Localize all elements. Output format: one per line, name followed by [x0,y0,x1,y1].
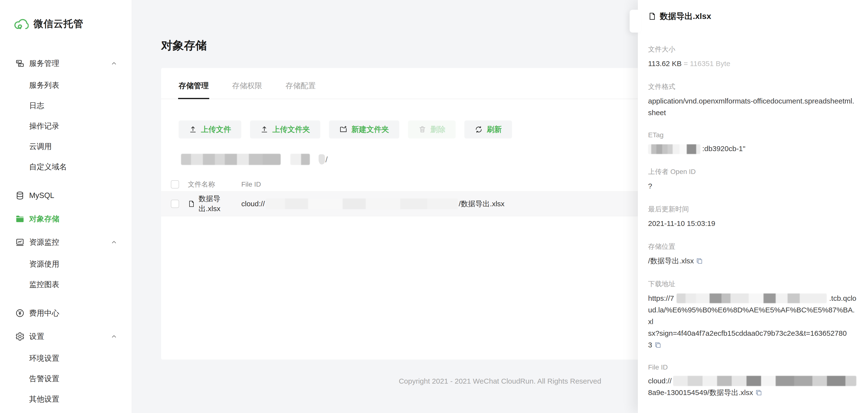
yuan-circle-icon [14,308,25,318]
sidebar-item-label: 费用中心 [29,308,59,318]
refresh-button[interactable]: 刷新 [464,121,512,138]
sidebar-item-mysql[interactable]: MySQL [0,184,132,207]
folder-plus-icon [339,125,347,134]
copy-icon[interactable] [654,341,661,349]
file-format-value: application/vnd.openxmlformats-officedoc… [648,95,856,119]
sidebar-item-label: 设置 [29,331,44,342]
sidebar-item-label: 监控图表 [29,279,59,290]
file-size-bytes: = 116351 Byte [684,60,730,67]
sidebar-nav: 服务管理 服务列表 日志 操作记录 云调用 自定义域名 MySQL [0,52,132,409]
row-checkbox[interactable] [171,200,179,208]
last-updated-value: 2021-11-10 15:03:19 [648,218,856,229]
download-url-line2: ud.la/%E6%95%B0%E6%8D%AE%E5%AF%BC%E5%87%… [648,304,856,327]
sidebar-item-label: 对象存储 [29,214,59,224]
button-label: 新建文件夹 [351,124,389,135]
storage-card: 存储管理 存储权限 存储配置 上传文件 上传文件夹 [161,68,681,359]
sidebar-item-label: 其他设置 [29,394,59,404]
sidebar-group-resource-monitor[interactable]: 资源监控 [0,230,132,254]
delete-button[interactable]: 删除 [408,121,456,138]
file-details-drawer: 数据导出.xlsx 文件大小 113.62 KB = 116351 Byte 文… [638,0,868,413]
sidebar-item-cloud-call[interactable]: 云调用 [0,136,132,157]
sidebar-item-alert-settings[interactable]: 告警设置 [0,369,132,389]
database-icon [14,190,25,201]
file-id-section: File ID cloud:// 8a9e-1300154549/数据导出.xl… [648,363,856,399]
sidebar-item-service-list[interactable]: 服务列表 [0,75,132,95]
upload-folder-button[interactable]: 上传文件夹 [250,121,320,138]
sidebar-item-resource-usage[interactable]: 资源使用 [0,254,132,274]
last-updated-section: 最后更新时间 2021-11-10 15:03:19 [648,204,856,229]
uploader-openid-value: ? [648,180,856,192]
redacted-path-blur [181,154,281,165]
field-label: 文件大小 [648,45,856,54]
table-row[interactable]: 数据导出.xlsx cloud:// /数据导出.xlsx [161,191,681,216]
copy-icon[interactable] [696,257,703,264]
field-label: 存储位置 [648,242,856,251]
copy-icon[interactable] [755,389,762,396]
file-id-line2: 8a9e-1300154549/数据导出.xlsx [648,388,753,396]
sidebar-item-label: 环境设置 [29,353,59,363]
button-label: 刷新 [487,124,502,135]
breadcrumb-separator: / [326,155,328,164]
sidebar-item-operation-records[interactable]: 操作记录 [0,116,132,136]
button-label: 上传文件 [201,124,231,135]
redacted-etag-blur [648,144,700,154]
sidebar: 微信云托管 服务管理 服务列表 日志 操作记录 云调用 自定义域名 [0,0,132,413]
sidebar-item-label: 告警设置 [29,374,59,384]
sidebar-item-object-storage[interactable]: 对象存储 [0,207,132,230]
file-icon [188,200,195,208]
sidebar-item-monitor-charts[interactable]: 监控图表 [0,274,132,295]
app-title: 微信云托管 [34,17,83,30]
file-id-suffix: /数据导出.xlsx [459,199,504,209]
sidebar-item-logs[interactable]: 日志 [0,95,132,116]
chevron-up-icon [110,60,118,67]
download-url-line4: 3 [648,341,652,349]
folder-icon [14,214,25,224]
column-header-fileid: File ID [241,181,681,188]
sidebar-group-settings[interactable]: 设置 [0,325,132,348]
select-all-checkbox[interactable] [171,180,179,189]
redacted-fileid-blur [673,376,856,386]
sidebar-item-label: 资源使用 [29,259,59,269]
drawer-file-name: 数据导出.xlsx [660,11,711,22]
tab-storage-permissions[interactable]: 存储权限 [232,81,262,99]
tab-storage-management[interactable]: 存储管理 [179,81,209,99]
drawer-handle[interactable] [630,10,641,33]
field-label: File ID [648,363,856,371]
upload-icon [189,125,197,134]
file-icon [648,12,656,21]
download-url-line1-end: .tcb.qclo [829,292,856,304]
etag-section: ETag :db3920cb-1" [648,131,856,155]
tab-bar: 存储管理 存储权限 存储配置 [161,68,681,99]
sidebar-item-label: 资源监控 [29,237,59,247]
field-label: ETag [648,131,856,139]
storage-location-value: /数据导出.xlsx [648,257,694,265]
storage-location-section: 存储位置 /数据导出.xlsx [648,242,856,267]
download-url-section: 下载地址 https://7 .tcb.qclo ud.la/%E6%95%B0… [648,279,856,351]
sidebar-item-other-settings[interactable]: 其他设置 [0,389,132,409]
drawer-title-row: 数据导出.xlsx [648,11,856,22]
field-label: 最后更新时间 [648,204,856,214]
new-folder-button[interactable]: 新建文件夹 [329,121,399,138]
chevron-up-icon [110,239,118,246]
sidebar-item-billing-center[interactable]: 费用中心 [0,301,132,325]
file-format-section: 文件格式 application/vnd.openxmlformats-offi… [648,82,856,119]
tab-storage-config[interactable]: 存储配置 [285,81,316,99]
redacted-fileid-blur [266,198,458,209]
file-id-start: cloud:// [648,375,672,387]
sidebar-item-custom-domain[interactable]: 自定义域名 [0,157,132,177]
field-label: 上传者 Open ID [648,167,856,177]
file-id-prefix: cloud:// [241,200,265,208]
gear-icon [14,331,25,342]
uploader-openid-section: 上传者 Open ID ? [648,167,856,192]
sidebar-item-label: 操作记录 [29,121,59,131]
redacted-path-blur [318,154,325,164]
etag-visible-value: :db3920cb-1" [702,145,745,153]
upload-icon [260,125,269,134]
sidebar-item-env-settings[interactable]: 环境设置 [0,348,132,369]
download-url-start: https://7 [648,292,674,304]
sidebar-group-service-management[interactable]: 服务管理 [0,52,132,75]
monitor-icon [14,237,25,248]
redacted-url-blur [677,293,827,303]
upload-file-button[interactable]: 上传文件 [179,121,241,138]
button-label: 上传文件夹 [272,124,310,135]
